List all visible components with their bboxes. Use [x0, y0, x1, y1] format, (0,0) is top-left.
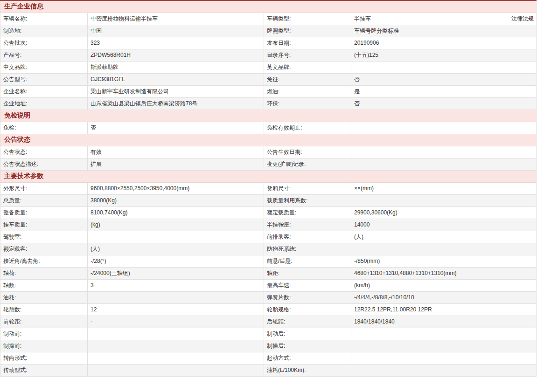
field-label: 油耗(L/100Km):	[264, 364, 351, 376]
table-row: 中文品牌:斯派菲勒牌英文品牌:	[0, 61, 537, 73]
field-value	[351, 194, 537, 206]
field-value: 中国	[88, 25, 264, 37]
field-label: 前悬/后悬:	[264, 255, 351, 267]
table-row: 制操前:制操后:	[0, 340, 537, 352]
field-label-text: 挂车质量:	[3, 221, 27, 228]
field-value: -/28(°)	[88, 255, 264, 267]
field-label-text: 油耗:	[3, 294, 16, 301]
field-value: 323	[88, 37, 264, 49]
field-value: -/24000(三轴组)	[88, 267, 264, 279]
field-label: 载质量利用系数:	[264, 194, 351, 206]
field-label-text: 前轮距:	[3, 318, 21, 325]
field-label-text: 英文品牌:	[267, 64, 291, 70]
field-value: (kg)	[88, 219, 264, 231]
field-label-text: 免检有效期止:	[267, 124, 302, 131]
field-label: 防抱死系统:	[264, 243, 351, 255]
field-label-text: 制造地:	[3, 28, 21, 34]
field-label: 最高车速:	[264, 279, 351, 291]
table-row: 挂车质量:(kg)半挂鞍座:14000	[0, 219, 537, 231]
section-header-row: 主要技术参数	[0, 170, 537, 182]
table-row: 制造地:中国牌照类型:车辆号牌分类标准	[0, 25, 537, 37]
field-label-text: 半挂鞍座:	[267, 221, 291, 228]
field-value: 否	[351, 73, 537, 85]
field-value: 38000(Kg)	[88, 194, 264, 206]
field-label-text: 牌照类型:	[267, 28, 291, 34]
field-label: 轴数:	[0, 279, 88, 291]
field-label-text: 免检:	[3, 124, 16, 131]
field-label: 轴荷:	[0, 267, 88, 279]
field-label: 发布日期:	[264, 37, 351, 49]
field-value-text: -/4/4/4,-/8/8/8,-/10/10/10	[354, 294, 414, 301]
field-label-text: 最高车速:	[267, 282, 291, 289]
field-label: 车辆名称:	[0, 13, 88, 25]
field-value: 4680+1310+1310,4880+1310+1310(mm)	[351, 267, 537, 279]
field-label: 产品号:	[0, 49, 88, 61]
field-label-text: 传动型式:	[3, 367, 27, 373]
field-label: 油耗:	[0, 291, 88, 303]
field-value: (人)	[88, 243, 264, 255]
field-value: 半挂车法律法规	[351, 13, 537, 25]
field-value: (十五)125	[351, 49, 537, 61]
section-title: 生产企业信息	[0, 0, 537, 13]
field-label-text: 转向形式:	[3, 355, 27, 361]
field-value-text: 否	[354, 76, 360, 83]
field-value	[351, 146, 537, 158]
field-label: 驾驶室:	[0, 231, 88, 243]
field-label-text: 外形尺寸:	[3, 185, 27, 192]
table-row: 轴荷:-/24000(三轴组)轴距:4680+1310+1310,4880+13…	[0, 267, 537, 279]
field-value: 12R22.5 12PR,11.00R20 12PR	[351, 303, 537, 316]
field-label: 公告状态:	[0, 146, 88, 158]
field-label-text: 制操后:	[267, 343, 285, 349]
field-label-text: 轮胎规格:	[267, 306, 291, 313]
table-row: 传动型式:油耗(L/100Km):	[0, 364, 537, 376]
field-label-text: 中文品牌:	[3, 64, 27, 70]
field-label-text: 公告生效日期:	[267, 149, 302, 155]
field-label-text: 轮胎数:	[3, 306, 21, 313]
field-label: 货厢尺寸:	[264, 182, 351, 194]
field-value	[351, 158, 537, 170]
field-value-text: 中密度粉粒物料运输半挂车	[91, 15, 158, 22]
field-label: 中文品牌:	[0, 61, 88, 73]
field-value: ZPDW568R01H	[88, 49, 264, 61]
field-value: 14000	[351, 219, 537, 231]
field-label-text: 公告型号:	[3, 76, 27, 83]
table-row: 企业名称:梁山新宇车业研发制造有限公司燃油:是	[0, 85, 537, 97]
field-label-text: 驾驶室:	[3, 234, 21, 240]
table-row: 接近角/离去角:-/28(°)前悬/后悬:-/850(mm)	[0, 255, 537, 267]
field-value-text: 9600,8800×2550,2500×3950,4000(mm)	[91, 185, 189, 192]
field-value-text: 1840/1840/1840	[354, 318, 395, 325]
field-value: 3	[88, 279, 264, 291]
field-label-text: 整备质量:	[3, 209, 27, 216]
field-value-text: 梁山新宇车业研发制造有限公司	[91, 88, 169, 95]
field-value: 否	[351, 97, 537, 110]
table-row: 公告状态描述:扩展变更(扩展)记录:	[0, 158, 537, 170]
field-value-text: 323	[91, 40, 100, 46]
field-label-text: 公告批次:	[3, 40, 27, 46]
field-label: 变更(扩展)记录:	[264, 158, 351, 170]
field-value-text: 中国	[91, 28, 102, 34]
section-header-row: 免检说明	[0, 110, 537, 122]
field-label: 轴距:	[264, 267, 351, 279]
table-row: 总质量:38000(Kg)载质量利用系数:	[0, 194, 537, 206]
field-value	[88, 291, 264, 303]
table-row: 车辆名称:中密度粉粒物料运输半挂车车辆类型:半挂车法律法规	[0, 13, 537, 25]
field-value-text: (人)	[354, 234, 363, 240]
field-label: 弹簧片数:	[264, 291, 351, 303]
table-row: 公告型号:GJC9381GFL免征:否	[0, 73, 537, 85]
field-label: 额定载质量:	[264, 206, 351, 219]
field-value-text: 3	[91, 282, 94, 289]
field-value-text: 是	[354, 88, 360, 95]
field-value	[351, 352, 537, 364]
table-row: 免检:否免检有效期止:	[0, 122, 537, 134]
field-label-text: 产品号:	[3, 52, 21, 58]
field-label: 目录序号:	[264, 49, 351, 61]
table-row: 油耗:弹簧片数:-/4/4/4,-/8/8/8,-/10/10/10	[0, 291, 537, 303]
field-value: 1840/1840/1840	[351, 316, 537, 328]
field-value-text: 有效	[91, 149, 102, 155]
section-title: 公告状态	[0, 134, 537, 146]
field-value-text: 否	[91, 124, 96, 131]
field-value	[351, 364, 537, 376]
laws-regulations-link[interactable]: 法律法规	[511, 15, 534, 23]
field-value: 29900,30600(Kg)	[351, 206, 537, 219]
field-value-text: 12R22.5 12PR,11.00R20 12PR	[354, 306, 432, 313]
